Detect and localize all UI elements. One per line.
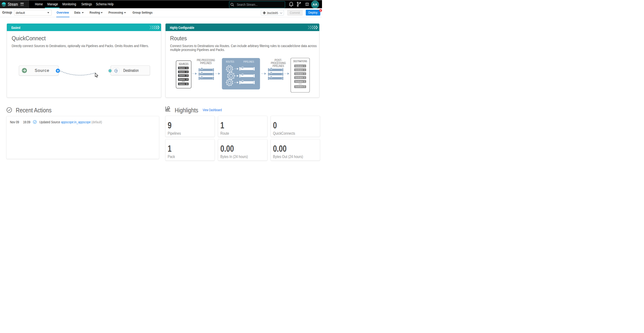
svg-text:2: 2: [304, 69, 305, 71]
svg-text:ROUTES: ROUTES: [226, 60, 234, 63]
svg-text:3: 3: [186, 74, 188, 77]
svg-text:Source: Source: [179, 71, 185, 73]
svg-text:2: 2: [186, 71, 188, 73]
svg-text:Destination: Destination: [295, 65, 303, 67]
svg-text:Destination: Destination: [295, 80, 303, 83]
svg-text:Destination: Destination: [295, 69, 303, 71]
svg-text:3: 3: [304, 72, 305, 75]
svg-text:Source: Source: [179, 67, 185, 69]
svg-text:PIPELINES: PIPELINES: [272, 64, 284, 68]
svg-text:Destination: Destination: [295, 86, 303, 88]
svg-text:4: 4: [186, 78, 188, 80]
svg-text:SOURCES: SOURCES: [178, 62, 188, 66]
svg-text:Source: Source: [179, 83, 185, 85]
svg-text:PIPELINES: PIPELINES: [200, 62, 212, 65]
svg-text:DESTINATIONS: DESTINATIONS: [293, 60, 307, 62]
svg-text:Destination: Destination: [295, 76, 303, 79]
svg-text:Source: Source: [179, 78, 185, 80]
svg-text:Destination: Destination: [295, 72, 303, 75]
svg-text:1: 1: [304, 65, 305, 67]
svg-text:4: 4: [304, 76, 305, 79]
svg-text:1: 1: [186, 67, 188, 69]
svg-text:PIPELINES: PIPELINES: [244, 60, 254, 63]
svg-text:D: D: [304, 86, 305, 88]
svg-text:Source: Source: [179, 74, 185, 77]
svg-text:5: 5: [304, 80, 305, 83]
svg-text:S: S: [186, 83, 188, 85]
